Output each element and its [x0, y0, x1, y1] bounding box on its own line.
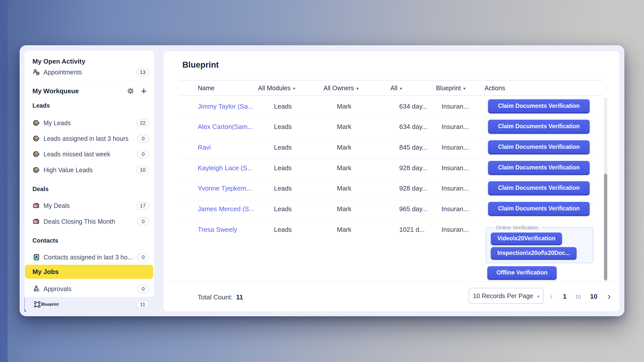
deal-icon	[32, 218, 40, 225]
filter-owners-text: All Owners	[324, 84, 354, 92]
record-owner: Mark	[337, 144, 351, 151]
record-name-link[interactable]: Alex Carton(Sam...	[198, 123, 253, 131]
lead-icon	[32, 150, 40, 158]
sidebar-item-my-deals[interactable]: My Deals 17	[32, 200, 149, 212]
sidebar-item-leads-missed[interactable]: Leads missed last week 0	[32, 148, 149, 160]
contact-card-icon	[32, 253, 40, 261]
blueprint-label: Blueprint	[41, 302, 59, 307]
claim-documents-verification-button[interactable]: Claim Documents Verification	[488, 140, 590, 154]
claim-documents-verification-button[interactable]: Claim Documents Verification	[488, 99, 590, 113]
records-per-page-label: 10 Records Per Page	[473, 292, 533, 300]
my-deals-label: My Deals	[44, 202, 70, 209]
contacts-assigned-label: Contacts assigned in last 3 ho...	[44, 254, 133, 261]
sidebar-divider	[32, 263, 149, 263]
page-range-to-label: to	[576, 293, 581, 300]
workqueue-title: My Workqueue	[32, 87, 79, 95]
record-age: 928 day...	[399, 164, 427, 172]
deals-section-title: Deals	[32, 185, 147, 194]
sidebar-item-leads-assigned[interactable]: Leads assigned in last 3 hours 0	[32, 132, 149, 145]
record-name-link[interactable]: Ravi	[198, 144, 211, 151]
sidebar-item-appointments[interactable]: Appointments 13	[32, 66, 149, 78]
filter-all[interactable]: All ▾	[390, 84, 402, 92]
my-jobs-label: My Jobs	[32, 268, 59, 276]
blueprint-count-badge: 11	[136, 300, 149, 308]
record-name-link[interactable]: Jimmy Taylor (Sa...	[198, 103, 253, 110]
record-blueprint: Insuran...	[441, 185, 469, 192]
high-value-leads-label: High Value Leads	[44, 166, 93, 174]
table-header: Name All Modules ▾ All Owners ▾ All ▾ Bl…	[180, 80, 603, 96]
total-count-label: Total Count:	[198, 293, 233, 301]
add-icon[interactable]: +	[141, 87, 147, 95]
total-count-value: 11	[236, 293, 243, 301]
filter-modules-text: All Modules	[258, 84, 291, 92]
filter-all-modules[interactable]: All Modules ▾	[258, 84, 295, 92]
leads-section-title: Leads	[32, 101, 147, 110]
record-module: Leads	[274, 205, 292, 213]
chevron-down-icon: ▾	[463, 85, 466, 91]
sidebar-divider	[32, 81, 149, 82]
record-owner: Mark	[337, 123, 351, 131]
record-module: Leads	[274, 226, 292, 234]
video-verification-button[interactable]: Video\x20Verification	[491, 233, 562, 245]
sidebar-item-contacts-assigned[interactable]: Contacts assigned in last 3 ho... 0	[32, 251, 149, 263]
scrollbar-thumb[interactable]	[604, 174, 607, 280]
sidebar-item-my-leads[interactable]: My Leads 22	[32, 117, 149, 129]
record-name-link[interactable]: James Merced (S...	[198, 205, 254, 213]
online-verification-legend: Online Verification	[493, 224, 541, 231]
footer-divider	[165, 281, 618, 282]
claim-documents-verification-button[interactable]: Claim Documents Verification	[488, 202, 590, 216]
open-activity-title-text: My Open Activity	[32, 58, 85, 65]
sidebar-item-deals-closing[interactable]: Deals Closing This Month 0	[32, 215, 149, 228]
open-activity-title: My Open Activity	[32, 57, 147, 66]
sidebar: My Open Activity Appointments 13 My Work…	[24, 50, 154, 312]
record-blueprint: Insuran...	[441, 164, 469, 172]
sidebar-item-blueprint[interactable]: Blueprint 11	[25, 297, 154, 312]
sidebar-item-approvals[interactable]: Approvals 0	[32, 283, 149, 295]
page-range-end: 10	[590, 293, 597, 300]
deals-closing-label: Deals Closing This Month	[44, 218, 115, 225]
claim-documents-verification-button[interactable]: Claim Documents Verification	[488, 181, 590, 195]
deal-icon	[32, 202, 40, 209]
record-name-link[interactable]: Tresa Sweely	[198, 226, 237, 234]
page-range-start: 1	[563, 293, 567, 300]
next-page-icon[interactable]: ›	[607, 291, 612, 301]
table-row: Alex Carton(Sam... Leads Mark 634 day...…	[163, 116, 603, 137]
record-blueprint: Insuran...	[441, 123, 469, 131]
sidebar-item-high-value-leads[interactable]: High Value Leads 10	[32, 164, 149, 176]
contacts-section-title-text: Contacts	[32, 237, 58, 244]
contacts-section-title: Contacts	[32, 236, 147, 245]
records-per-page-dropdown[interactable]: 10 Records Per Page ▾	[469, 288, 544, 304]
record-name-link[interactable]: Kayleigh Lace (S...	[198, 164, 253, 172]
leads-section-title-text: Leads	[32, 102, 50, 109]
record-age: 634 day...	[399, 103, 427, 110]
sidebar-item-my-jobs[interactable]: My Jobs	[25, 265, 153, 279]
table-row: Jimmy Taylor (Sa... Leads Mark 634 day..…	[163, 96, 603, 117]
column-actions-text: Actions	[485, 84, 505, 92]
column-header-actions: Actions	[485, 84, 505, 92]
inspection-of-documents-button[interactable]: Inspection\x20of\x20Doc...	[491, 247, 577, 260]
offline-verification-button[interactable]: Offline Verification	[487, 266, 557, 280]
workqueue-header: My Workqueue +	[32, 86, 147, 96]
column-name-text: Name	[198, 84, 215, 92]
total-count: Total Count: 11	[198, 293, 243, 301]
record-age: 965 day...	[399, 205, 427, 213]
filter-blueprint-text: Blueprint	[436, 84, 461, 92]
record-blueprint: Insuran...	[441, 226, 469, 234]
record-owner: Mark	[337, 185, 351, 192]
deals-section-title-text: Deals	[32, 186, 49, 193]
claim-documents-verification-button[interactable]: Claim Documents Verification	[488, 120, 590, 134]
record-blueprint: Insuran...	[441, 205, 469, 213]
claim-documents-verification-button[interactable]: Claim Documents Verification	[488, 161, 590, 175]
record-name-link[interactable]: Yvonne Tjepkem...	[198, 185, 252, 192]
record-owner: Mark	[337, 164, 351, 172]
filter-blueprint[interactable]: Blueprint ▾	[436, 84, 465, 92]
record-owner: Mark	[337, 205, 351, 213]
gear-icon[interactable]	[127, 87, 134, 95]
table-row: Yvonne Tjepkem... Leads Mark 928 day... …	[163, 178, 603, 199]
table-row: James Merced (S... Leads Mark 965 day...…	[163, 199, 603, 219]
chevron-down-icon: ▾	[356, 85, 359, 91]
filter-all-owners[interactable]: All Owners ▾	[324, 84, 358, 92]
contacts-assigned-count-badge: 0	[137, 253, 149, 261]
main-panel: Blueprint Name All Modules ▾ All Owners …	[163, 51, 620, 312]
previous-page-icon[interactable]: ‹	[549, 291, 554, 301]
